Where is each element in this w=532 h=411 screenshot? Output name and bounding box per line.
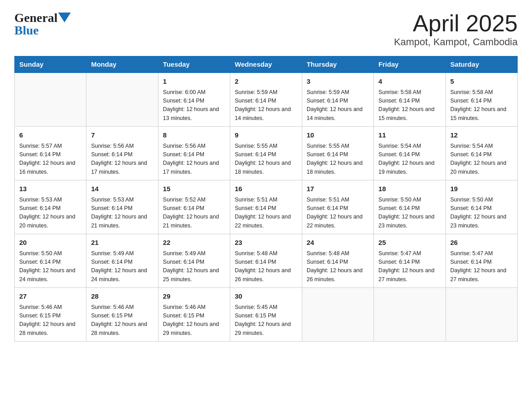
calendar-day-cell: 25Sunrise: 5:47 AM Sunset: 6:14 PM Dayli… (374, 234, 446, 288)
calendar-day-cell: 29Sunrise: 5:46 AM Sunset: 6:15 PM Dayli… (158, 288, 230, 342)
day-number: 3 (307, 77, 369, 87)
col-friday: Friday (374, 56, 446, 73)
day-info-text: Sunrise: 6:00 AM Sunset: 6:14 PM Dayligh… (163, 88, 225, 123)
day-info-text: Sunrise: 5:46 AM Sunset: 6:15 PM Dayligh… (19, 303, 82, 338)
calendar-body: 1Sunrise: 6:00 AM Sunset: 6:14 PM Daylig… (15, 73, 518, 342)
title-block: April 2025 Kampot, Kampot, Cambodia (394, 11, 518, 48)
day-number: 18 (378, 184, 441, 194)
col-monday: Monday (86, 56, 158, 73)
calendar-day-cell: 10Sunrise: 5:55 AM Sunset: 6:14 PM Dayli… (302, 127, 373, 180)
day-info-text: Sunrise: 5:58 AM Sunset: 6:14 PM Dayligh… (450, 88, 513, 123)
day-info-text: Sunrise: 5:54 AM Sunset: 6:14 PM Dayligh… (378, 142, 441, 177)
day-info-text: Sunrise: 5:47 AM Sunset: 6:14 PM Dayligh… (450, 249, 513, 284)
day-info-text: Sunrise: 5:50 AM Sunset: 6:14 PM Dayligh… (19, 249, 82, 284)
calendar-day-cell: 18Sunrise: 5:50 AM Sunset: 6:14 PM Dayli… (374, 180, 446, 234)
day-number: 26 (450, 238, 513, 248)
day-number: 8 (163, 130, 225, 141)
day-number: 6 (19, 130, 82, 141)
logo-blue-text: Blue (14, 23, 39, 38)
day-number: 11 (378, 130, 441, 141)
day-info-text: Sunrise: 5:53 AM Sunset: 6:14 PM Dayligh… (91, 196, 153, 231)
col-tuesday: Tuesday (158, 56, 230, 73)
calendar-day-cell: 22Sunrise: 5:49 AM Sunset: 6:14 PM Dayli… (158, 234, 230, 288)
calendar-day-cell: 30Sunrise: 5:45 AM Sunset: 6:15 PM Dayli… (230, 288, 302, 342)
calendar-week-row: 6Sunrise: 5:57 AM Sunset: 6:14 PM Daylig… (15, 127, 518, 180)
day-number: 17 (307, 184, 369, 194)
calendar-table: Sunday Monday Tuesday Wednesday Thursday… (14, 56, 518, 342)
location-subtitle: Kampot, Kampot, Cambodia (394, 36, 518, 48)
day-info-text: Sunrise: 5:55 AM Sunset: 6:14 PM Dayligh… (307, 142, 369, 177)
day-info-text: Sunrise: 5:46 AM Sunset: 6:15 PM Dayligh… (163, 303, 225, 338)
day-info-text: Sunrise: 5:48 AM Sunset: 6:14 PM Dayligh… (235, 249, 297, 284)
calendar-header: Sunday Monday Tuesday Wednesday Thursday… (15, 56, 518, 73)
calendar-day-cell: 5Sunrise: 5:58 AM Sunset: 6:14 PM Daylig… (446, 73, 517, 127)
day-info-text: Sunrise: 5:46 AM Sunset: 6:15 PM Dayligh… (91, 303, 153, 338)
calendar-day-cell: 24Sunrise: 5:48 AM Sunset: 6:14 PM Dayli… (302, 234, 373, 288)
logo: General Blue (14, 11, 71, 38)
calendar-day-cell: 2Sunrise: 5:59 AM Sunset: 6:14 PM Daylig… (230, 73, 302, 127)
day-number: 19 (450, 184, 513, 194)
day-number: 23 (235, 238, 297, 248)
day-info-text: Sunrise: 5:59 AM Sunset: 6:14 PM Dayligh… (307, 88, 369, 123)
day-number: 10 (307, 130, 369, 141)
day-info-text: Sunrise: 5:54 AM Sunset: 6:14 PM Dayligh… (450, 142, 513, 177)
col-sunday: Sunday (15, 56, 86, 73)
calendar-day-cell: 21Sunrise: 5:49 AM Sunset: 6:14 PM Dayli… (86, 234, 158, 288)
day-headers-row: Sunday Monday Tuesday Wednesday Thursday… (15, 56, 518, 73)
calendar-day-cell: 26Sunrise: 5:47 AM Sunset: 6:14 PM Dayli… (446, 234, 517, 288)
calendar-day-cell: 12Sunrise: 5:54 AM Sunset: 6:14 PM Dayli… (446, 127, 517, 180)
calendar-day-cell: 6Sunrise: 5:57 AM Sunset: 6:14 PM Daylig… (15, 127, 86, 180)
month-year-title: April 2025 (394, 11, 518, 36)
calendar-week-row: 20Sunrise: 5:50 AM Sunset: 6:14 PM Dayli… (15, 234, 518, 288)
day-info-text: Sunrise: 5:56 AM Sunset: 6:14 PM Dayligh… (91, 142, 153, 177)
page-header: General Blue April 2025 Kampot, Kampot, … (14, 11, 518, 48)
day-info-text: Sunrise: 5:50 AM Sunset: 6:14 PM Dayligh… (450, 196, 513, 231)
calendar-day-cell (446, 288, 517, 342)
day-number: 25 (378, 238, 441, 248)
day-number: 22 (163, 238, 225, 248)
day-number: 16 (235, 184, 297, 194)
day-info-text: Sunrise: 5:45 AM Sunset: 6:15 PM Dayligh… (235, 303, 297, 338)
day-number: 30 (235, 291, 297, 302)
day-info-text: Sunrise: 5:56 AM Sunset: 6:14 PM Dayligh… (163, 142, 225, 177)
day-info-text: Sunrise: 5:50 AM Sunset: 6:14 PM Dayligh… (378, 196, 441, 231)
day-info-text: Sunrise: 5:55 AM Sunset: 6:14 PM Dayligh… (235, 142, 297, 177)
day-info-text: Sunrise: 5:51 AM Sunset: 6:14 PM Dayligh… (307, 196, 369, 231)
calendar-day-cell: 8Sunrise: 5:56 AM Sunset: 6:14 PM Daylig… (158, 127, 230, 180)
calendar-day-cell: 4Sunrise: 5:58 AM Sunset: 6:14 PM Daylig… (374, 73, 446, 127)
calendar-day-cell: 27Sunrise: 5:46 AM Sunset: 6:15 PM Dayli… (15, 288, 86, 342)
calendar-day-cell: 9Sunrise: 5:55 AM Sunset: 6:14 PM Daylig… (230, 127, 302, 180)
day-info-text: Sunrise: 5:58 AM Sunset: 6:14 PM Dayligh… (378, 88, 441, 123)
day-number: 4 (378, 77, 441, 87)
day-number: 28 (91, 291, 153, 302)
logo-triangle-icon (58, 13, 71, 22)
calendar-day-cell: 28Sunrise: 5:46 AM Sunset: 6:15 PM Dayli… (86, 288, 158, 342)
calendar-day-cell (15, 73, 86, 127)
day-info-text: Sunrise: 5:49 AM Sunset: 6:14 PM Dayligh… (91, 249, 153, 284)
day-number: 12 (450, 130, 513, 141)
day-info-text: Sunrise: 5:47 AM Sunset: 6:14 PM Dayligh… (378, 249, 441, 284)
day-number: 15 (163, 184, 225, 194)
day-info-text: Sunrise: 5:57 AM Sunset: 6:14 PM Dayligh… (19, 142, 82, 177)
day-number: 21 (91, 238, 153, 248)
day-number: 14 (91, 184, 153, 194)
day-number: 20 (19, 238, 82, 248)
calendar-day-cell (374, 288, 446, 342)
day-info-text: Sunrise: 5:59 AM Sunset: 6:14 PM Dayligh… (235, 88, 297, 123)
calendar-day-cell: 17Sunrise: 5:51 AM Sunset: 6:14 PM Dayli… (302, 180, 373, 234)
calendar-day-cell: 7Sunrise: 5:56 AM Sunset: 6:14 PM Daylig… (86, 127, 158, 180)
day-info-text: Sunrise: 5:51 AM Sunset: 6:14 PM Dayligh… (235, 196, 297, 231)
calendar-day-cell: 14Sunrise: 5:53 AM Sunset: 6:14 PM Dayli… (86, 180, 158, 234)
calendar-day-cell: 15Sunrise: 5:52 AM Sunset: 6:14 PM Dayli… (158, 180, 230, 234)
calendar-day-cell: 11Sunrise: 5:54 AM Sunset: 6:14 PM Dayli… (374, 127, 446, 180)
col-saturday: Saturday (446, 56, 517, 73)
day-info-text: Sunrise: 5:48 AM Sunset: 6:14 PM Dayligh… (307, 249, 369, 284)
calendar-day-cell: 20Sunrise: 5:50 AM Sunset: 6:14 PM Dayli… (15, 234, 86, 288)
calendar-day-cell: 16Sunrise: 5:51 AM Sunset: 6:14 PM Dayli… (230, 180, 302, 234)
calendar-week-row: 1Sunrise: 6:00 AM Sunset: 6:14 PM Daylig… (15, 73, 518, 127)
calendar-day-cell (302, 288, 373, 342)
day-info-text: Sunrise: 5:52 AM Sunset: 6:14 PM Dayligh… (163, 196, 225, 231)
day-info-text: Sunrise: 5:53 AM Sunset: 6:14 PM Dayligh… (19, 196, 82, 231)
day-number: 2 (235, 77, 297, 87)
calendar-day-cell: 1Sunrise: 6:00 AM Sunset: 6:14 PM Daylig… (158, 73, 230, 127)
